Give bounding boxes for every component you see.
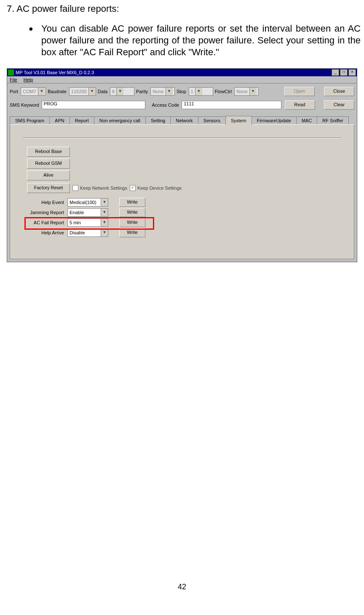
- checkbox-icon: [72, 185, 78, 191]
- menu-file[interactable]: File: [10, 77, 17, 82]
- reboot-base-button[interactable]: Reboot Base: [27, 147, 70, 157]
- jamming-report-label: Jamming Report: [27, 210, 66, 215]
- divider: [23, 137, 341, 138]
- write-help-event-button[interactable]: Write: [119, 198, 145, 207]
- keep-network-checkbox[interactable]: Keep Network Settings: [72, 185, 127, 191]
- tab-non-emergency-call[interactable]: Non emergancy call: [94, 116, 146, 124]
- tab-setting[interactable]: Setting: [145, 116, 171, 124]
- access-code-input[interactable]: 1111: [182, 101, 281, 109]
- baud-label: Baudrate: [48, 89, 67, 94]
- tab-mac[interactable]: MAC: [296, 116, 317, 124]
- keep-network-label: Keep Network Settings: [80, 185, 127, 191]
- app-window: MP Tool V3.01 Base Ver:MX6_D 0.2.3 _ □ ×…: [7, 68, 357, 262]
- read-button[interactable]: Read: [285, 100, 315, 110]
- app-icon: [8, 70, 14, 75]
- tab-sensors[interactable]: Sensors: [198, 116, 226, 124]
- stop-label: Stop: [177, 89, 186, 94]
- sms-keyword-label: SMS Keyword: [10, 102, 39, 107]
- menubar: File Help: [7, 76, 357, 83]
- open-button[interactable]: Open: [284, 87, 315, 96]
- parity-label: Parity: [136, 89, 148, 94]
- chevron-down-icon: ▼: [101, 219, 108, 226]
- system-panel: Reboot Base Reboot GSM Alive Factory Res…: [10, 124, 354, 259]
- chevron-down-icon: ▼: [101, 199, 108, 206]
- sms-row: SMS Keyword PROG Access Code 1111 Read C…: [10, 100, 354, 110]
- help-arrive-combo[interactable]: Disable▼: [67, 228, 108, 237]
- close-button[interactable]: ×: [348, 69, 356, 76]
- chevron-down-icon: ▼: [38, 88, 45, 95]
- chevron-down-icon: ▼: [166, 88, 173, 95]
- write-jamming-button[interactable]: Write: [119, 208, 145, 217]
- tab-network[interactable]: Network: [170, 116, 198, 124]
- tabs: SMS Program APN Report Non emergancy cal…: [7, 115, 357, 124]
- chevron-down-icon: ▼: [101, 229, 108, 236]
- chevron-down-icon: ▼: [195, 88, 202, 95]
- tab-system[interactable]: System: [225, 116, 252, 125]
- tab-report[interactable]: Report: [70, 116, 94, 124]
- data-label: Data: [98, 89, 107, 94]
- write-help-arrive-button[interactable]: Write: [119, 228, 145, 237]
- help-arrive-row: Help Arrive Disable▼ Write: [27, 228, 345, 238]
- ac-fail-report-combo[interactable]: 5 min▼: [67, 218, 108, 227]
- ac-fail-report-row: AC Fail Report 5 min▼ Write: [27, 218, 345, 228]
- help-event-row: Help Event Medical(100)▼ Write: [27, 197, 345, 207]
- minimize-button[interactable]: _: [332, 69, 339, 76]
- factory-reset-button[interactable]: Factory Reset: [27, 183, 70, 193]
- port-label: Port: [10, 89, 18, 94]
- checkbox-icon: ✓: [130, 185, 136, 191]
- keep-device-checkbox[interactable]: ✓ Keep Device Settings: [130, 185, 182, 191]
- stop-combo[interactable]: 1▼: [189, 87, 213, 96]
- tab-sms-program[interactable]: SMS Program: [10, 116, 50, 124]
- chevron-down-icon: ▼: [249, 88, 257, 95]
- section-heading: 7. AC power failure reports:: [7, 3, 361, 14]
- page-number: 42: [3, 583, 361, 591]
- tab-rf-sniffer[interactable]: RF Sniffer: [317, 116, 348, 124]
- ac-fail-report-label: AC Fail Report: [27, 220, 66, 225]
- help-event-label: Help Event: [27, 200, 66, 205]
- menu-help[interactable]: Help: [24, 77, 33, 82]
- chevron-down-icon: ▼: [116, 88, 123, 95]
- bullet-marker: ●: [29, 23, 41, 58]
- chevron-down-icon: ▼: [88, 88, 96, 95]
- help-arrive-label: Help Arrive: [27, 230, 66, 235]
- titlebar: MP Tool V3.01 Base Ver:MX6_D 0.2.3 _ □ ×: [7, 69, 357, 76]
- alive-button[interactable]: Alive: [27, 170, 70, 180]
- connection-row: Port COM7▼ Baudrate 115200▼ Data 8▼ Pari…: [10, 87, 354, 96]
- port-combo[interactable]: COM7▼: [21, 87, 46, 96]
- sms-keyword-input[interactable]: PROG: [42, 101, 145, 109]
- maximize-button[interactable]: □: [340, 69, 348, 76]
- close-conn-button[interactable]: Close: [324, 87, 354, 96]
- write-ac-fail-button[interactable]: Write: [119, 218, 145, 227]
- flow-label: FlowCtrl: [215, 89, 232, 94]
- section-number: 7.: [7, 3, 14, 14]
- section-title: AC power failure reports:: [16, 3, 119, 14]
- help-event-combo[interactable]: Medical(100)▼: [67, 198, 108, 207]
- bullet-text: You can disable AC power failure reports…: [41, 23, 361, 58]
- factory-reset-row: Factory Reset Keep Network Settings ✓ Ke…: [27, 183, 345, 193]
- data-combo[interactable]: 8▼: [110, 87, 134, 96]
- tab-firmware-update[interactable]: FirmwareUpdate: [252, 116, 297, 124]
- jamming-report-row: Jamming Report Enable▼ Write: [27, 207, 345, 218]
- tab-apn[interactable]: APN: [49, 116, 70, 124]
- parity-combo[interactable]: None▼: [150, 87, 175, 96]
- clear-button[interactable]: Clear: [324, 100, 354, 110]
- keep-device-label: Keep Device Settings: [137, 185, 182, 191]
- reboot-gsm-button[interactable]: Reboot GSM: [27, 158, 70, 169]
- jamming-report-combo[interactable]: Enable▼: [67, 208, 108, 217]
- bullet-item: ● You can disable AC power failure repor…: [29, 23, 361, 58]
- baud-combo[interactable]: 115200▼: [69, 87, 96, 96]
- access-code-label: Access Code: [152, 102, 179, 107]
- window-title: MP Tool V3.01 Base Ver:MX6_D 0.2.3: [16, 70, 332, 75]
- flow-combo[interactable]: None▼: [234, 87, 259, 96]
- chevron-down-icon: ▼: [101, 209, 108, 216]
